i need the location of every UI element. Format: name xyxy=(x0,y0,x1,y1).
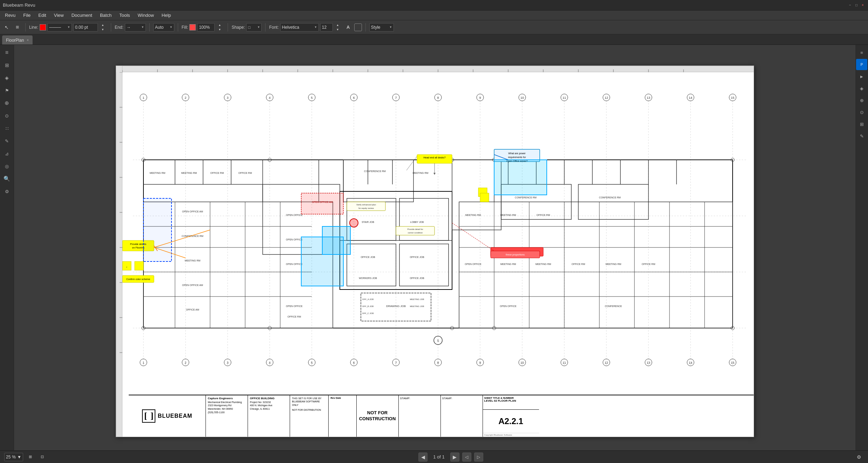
menu-view[interactable]: View xyxy=(51,11,67,19)
menu-tools[interactable]: Tools xyxy=(116,11,133,19)
menu-batch[interactable]: Batch xyxy=(96,11,115,19)
svg-text:DRAWING JOB: DRAWING JOB xyxy=(386,305,405,308)
maximize-button[interactable]: □ xyxy=(854,3,859,8)
stamp1-label: STAMP: xyxy=(399,395,440,401)
line-color-picker[interactable] xyxy=(40,24,46,30)
svg-point-236 xyxy=(350,219,358,227)
font-family-dropdown[interactable]: Helvetica ▼ xyxy=(280,23,319,32)
right-panel-btn3[interactable]: ▶ xyxy=(856,71,867,82)
menu-window[interactable]: Window xyxy=(134,11,157,19)
text-format-button[interactable]: A xyxy=(344,23,353,32)
svg-rect-243 xyxy=(347,202,385,211)
svg-text:OPEN OFFICE AM: OPEN OFFICE AM xyxy=(182,284,203,286)
right-panel-properties-btn[interactable]: P xyxy=(856,59,867,70)
zoom-control[interactable]: 25 % ▼ xyxy=(4,453,23,461)
svg-rect-220 xyxy=(480,193,489,202)
sidebar-tool-chest-icon[interactable]: ⊕ xyxy=(1,97,13,109)
end-label: End: xyxy=(115,25,123,30)
tab-close-button[interactable]: × xyxy=(27,38,29,42)
sidebar-stamp-icon[interactable]: ◎ xyxy=(1,161,13,172)
line-style-dropdown[interactable]: ──── ▼ xyxy=(47,23,72,32)
font-size-up[interactable]: ▲ xyxy=(333,23,342,27)
fill-pct-down[interactable]: ▼ xyxy=(215,27,224,32)
menu-file[interactable]: File xyxy=(20,11,34,19)
line-width-up[interactable]: ▲ xyxy=(98,23,107,27)
status-center: ◀ 1 of 1 ▶ ◁ ▷ xyxy=(418,452,483,462)
sidebar-measure-icon[interactable]: ⊿ xyxy=(1,148,13,159)
stamp-col1: STAMP: xyxy=(399,395,441,437)
fill-pct-up[interactable]: ▲ xyxy=(215,23,224,27)
sidebar-search-icon[interactable]: 🔍 xyxy=(1,173,13,184)
menu-help[interactable]: Help xyxy=(158,11,175,19)
svg-text:4: 4 xyxy=(269,361,270,365)
settings-button[interactable]: ⚙ xyxy=(855,452,864,462)
menu-revu[interactable]: Revu xyxy=(1,11,19,19)
drawing-container: 1 2 3 4 5 6 7 8 xyxy=(21,52,848,450)
floor-plan-tab[interactable]: FloorPlan × xyxy=(2,35,33,45)
font-label: Font: xyxy=(269,25,278,30)
right-panel-btn1[interactable]: ≡ xyxy=(856,47,867,58)
page-layout-button[interactable]: ⊞ xyxy=(26,452,35,462)
status-left: 25 % ▼ ⊞ ⊡ xyxy=(4,452,47,462)
line-width-down[interactable]: ▼ xyxy=(98,27,107,32)
text-box-button[interactable] xyxy=(354,23,362,31)
svg-text:OPEN OFFICE: OPEN OFFICE xyxy=(286,214,303,216)
svg-text:1: 1 xyxy=(142,361,144,365)
app-title: Bluebeam Revu xyxy=(3,2,846,8)
page-total: 1 xyxy=(442,454,445,459)
svg-text:CONFERENCE RM: CONFERENCE RM xyxy=(515,196,537,199)
sidebar-layers-icon[interactable]: ◈ xyxy=(1,72,13,83)
bb-icon-svg: [ ] xyxy=(142,409,156,423)
prev-view-button[interactable]: ◁ xyxy=(462,452,471,462)
menu-edit[interactable]: Edit xyxy=(35,11,49,19)
line-width-input[interactable] xyxy=(73,23,98,32)
fill-color-picker[interactable] xyxy=(189,24,196,30)
sidebar-properties-icon[interactable]: ⚑ xyxy=(1,85,13,96)
svg-text:CONFERENCE RM: CONFERENCE RM xyxy=(599,196,621,199)
shape-group: Shape: □ ▼ xyxy=(231,23,262,32)
font-size-down[interactable]: ▼ xyxy=(333,27,342,32)
disciplines: Mechanical Electrical Plumbing xyxy=(208,401,245,404)
tab-bar: FloorPlan × xyxy=(0,34,868,45)
sidebar-list-icon[interactable]: ∷ xyxy=(1,123,13,134)
sidebar-markup-icon[interactable]: ⊙ xyxy=(1,110,13,121)
svg-text:CONFERENCE RM: CONFERENCE RM xyxy=(364,170,386,172)
first-page-button[interactable]: ◀ xyxy=(418,452,428,462)
svg-text:OFFICE RM: OFFICE RM xyxy=(287,315,301,318)
minimize-button[interactable]: − xyxy=(848,3,853,8)
select-tool-button[interactable]: ↖ xyxy=(2,23,11,32)
company-info-col: Capture Engineers Mechanical Electrical … xyxy=(206,395,248,437)
close-button[interactable]: × xyxy=(860,3,865,8)
svg-text:on Flooring: on Flooring xyxy=(132,246,144,249)
right-panel-btn7[interactable]: ⊞ xyxy=(856,118,867,130)
auto-dropdown[interactable]: Auto ▼ xyxy=(153,23,174,32)
font-group: Font: Helvetica ▼ ▲ ▼ A xyxy=(269,23,362,32)
style-dropdown[interactable]: Style ▼ xyxy=(369,23,394,32)
font-size-input[interactable] xyxy=(320,23,333,32)
last-page-button[interactable]: ▶ xyxy=(450,452,459,462)
project-name: OFFICE BUILDING xyxy=(250,397,288,400)
horizontal-ruler xyxy=(116,66,754,72)
svg-text:2: 2 xyxy=(184,96,186,100)
sidebar-pages-icon[interactable]: ⊞ xyxy=(1,60,13,71)
right-panel-btn8[interactable]: ✎ xyxy=(856,130,867,142)
sidebar-home-icon[interactable]: ≡ xyxy=(1,47,13,58)
right-panel-btn4[interactable]: ◈ xyxy=(856,83,867,94)
floor-plan-area: 1 2 3 4 5 6 7 8 xyxy=(122,72,754,437)
copyright: Copyright Bluebeam Software xyxy=(483,433,539,437)
toolbar-icon1[interactable]: ⊞ xyxy=(13,23,22,32)
svg-text:7: 7 xyxy=(395,361,397,365)
shape-dropdown[interactable]: □ ▼ xyxy=(246,23,262,32)
main-area: ≡ ⊞ ◈ ⚑ ⊕ ⊙ ∷ ✎ ⊿ ◎ 🔍 ⚙ xyxy=(0,45,868,450)
right-panel-btn6[interactable]: ⊙ xyxy=(856,107,867,118)
fit-page-button[interactable]: ⊡ xyxy=(38,452,47,462)
canvas-area[interactable]: 1 2 3 4 5 6 7 8 xyxy=(14,45,855,450)
svg-text:OFFICE JOB: OFFICE JOB xyxy=(410,277,424,279)
next-view-button[interactable]: ▷ xyxy=(474,452,483,462)
sidebar-edit-icon[interactable]: ✎ xyxy=(1,135,13,147)
right-panel-btn5[interactable]: ⊕ xyxy=(856,95,867,106)
end-style-dropdown[interactable]: → ▼ xyxy=(125,23,146,32)
menu-document[interactable]: Document xyxy=(68,11,96,19)
fill-pct-input[interactable] xyxy=(197,23,215,32)
sidebar-settings-icon[interactable]: ⚙ xyxy=(1,186,13,197)
